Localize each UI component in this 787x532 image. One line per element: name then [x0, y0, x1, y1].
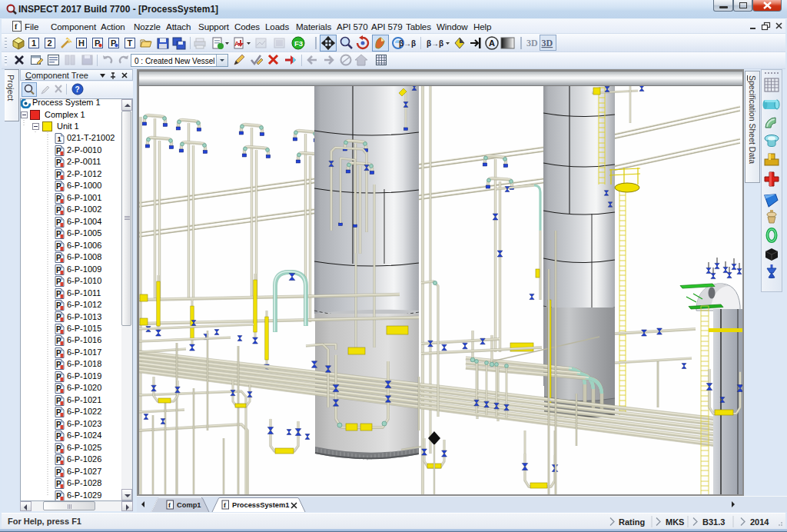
svg-text:F3: F3: [294, 39, 303, 48]
svg-text:β→β: β→β: [399, 39, 416, 48]
svg-text:2014: 2014: [750, 517, 769, 527]
svg-text:?: ?: [75, 85, 80, 94]
svg-text:1: 1: [58, 135, 62, 143]
svg-text:3D: 3D: [542, 38, 553, 48]
svg-text:2: 2: [48, 38, 52, 48]
svg-text:A: A: [489, 38, 495, 48]
svg-text:H: H: [78, 38, 85, 48]
svg-text:1: 1: [32, 38, 36, 48]
svg-text:Rating: Rating: [619, 517, 645, 527]
svg-text:T: T: [128, 38, 133, 48]
svg-text:β→β: β→β: [427, 39, 443, 48]
svg-text:B31.3: B31.3: [702, 517, 725, 527]
svg-text:MKS: MKS: [666, 517, 684, 527]
svg-text:3D: 3D: [526, 38, 538, 48]
